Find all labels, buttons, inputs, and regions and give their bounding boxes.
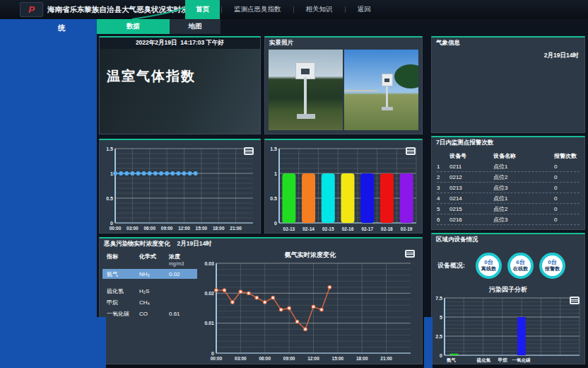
nav-separator (221, 6, 222, 13)
pollutant-table: 指标 化学式 浓度 mg/m3 氨气 NH₃ 0.02 硫化氢 H₂S (102, 253, 197, 320)
hero-body: 温室气体指数 (100, 49, 260, 134)
device-screen (301, 69, 310, 74)
table-row: 40214点位10 (437, 193, 580, 204)
alarm-count-panel: 7日内监测点报警次数 设备号 设备名称 报警次数 10211点位10 20212… (431, 136, 585, 230)
svg-text:02-16: 02-16 (342, 226, 354, 231)
stat-alarm-circle: 0台 报警数 (539, 253, 565, 279)
tab-data[interactable]: 数据 (97, 19, 170, 34)
pollutant-row-nh3[interactable]: 氨气 NH₃ 0.02 (102, 269, 197, 279)
page-title: 温室气体指数 (107, 67, 196, 86)
pollution-factor-chart: 02.557.5氨气硫化氢甲烷一氧化碳 (433, 295, 583, 363)
device-pole (304, 77, 307, 116)
pollutant-table-header: 指标 化学式 浓度 mg/m3 (102, 253, 197, 267)
greenhouse-trend-panel: 00.511.500:0003:0006:0009:0012:0015:0018… (99, 139, 261, 234)
nav-item-odor-index[interactable]: 监测点恶臭指数 (223, 0, 292, 19)
daily-index-panel: 00.511.502-1302-1402-1502-1602-1702-1802… (264, 139, 423, 234)
table-row: 20212点位20 (437, 172, 580, 183)
svg-text:03:00: 03:00 (235, 356, 247, 361)
svg-text:02-19: 02-19 (401, 226, 413, 231)
weather-panel: 气象信息 2月19日14时 (431, 36, 585, 133)
weather-panel-title: 气象信息 (432, 38, 584, 48)
ammonia-chart-title: 氨气实时浓度变化 (200, 251, 421, 260)
svg-text:18:00: 18:00 (356, 356, 368, 361)
pollutant-row-h2s[interactable]: 硫化氢 H₂S (102, 286, 197, 296)
table-row: 60216点位30 (437, 214, 580, 225)
nav-separator (345, 6, 346, 13)
svg-text:0.5: 0.5 (270, 196, 277, 201)
svg-text:0.01: 0.01 (204, 321, 214, 326)
svg-text:7.5: 7.5 (435, 296, 442, 301)
page-background-strip (97, 317, 106, 368)
alarm-table-header: 设备号 设备名称 报警次数 (437, 151, 580, 161)
dashboard-screen: P 海南省乐东黎族自治县大气恶臭状况实时发布系 首页 监测点恶臭指数 相关知识 … (0, 0, 588, 368)
device-pole (386, 86, 388, 108)
svg-text:5: 5 (440, 315, 442, 320)
table-row: 10211点位10 (437, 161, 580, 172)
svg-text:0: 0 (274, 221, 277, 226)
svg-text:1.5: 1.5 (106, 146, 113, 151)
pollutant-row-co[interactable]: 一氧化碳 CO 0.61 (102, 309, 197, 318)
chart-menu-icon[interactable] (405, 250, 415, 258)
logo-glyph: P (28, 5, 35, 14)
page-background-left: 统 (0, 19, 97, 368)
svg-text:06:00: 06:00 (143, 226, 155, 231)
svg-text:0: 0 (440, 353, 442, 358)
device-base (382, 107, 393, 110)
greenhouse-index-chart: 00.511.500:0003:0006:0009:0012:0015:0018… (101, 143, 259, 232)
alarm-table: 设备号 设备名称 报警次数 10211点位10 20212点位20 30213点… (437, 151, 580, 225)
weather-timestamp: 2月19日14时 (544, 52, 579, 60)
svg-text:0.02: 0.02 (204, 291, 214, 296)
col-formula: 化学式 (139, 253, 169, 267)
pollutant-panel-title: 恶臭污染物实时浓度变化 (104, 240, 170, 248)
photos-panel-title: 实景照片 (265, 38, 422, 48)
chart-menu-icon[interactable] (244, 147, 254, 155)
table-row: 30213点位30 (437, 183, 580, 193)
svg-text:00:00: 00:00 (110, 226, 122, 231)
svg-text:1: 1 (274, 171, 277, 176)
svg-text:12:00: 12:00 (307, 356, 319, 361)
svg-text:15:00: 15:00 (196, 226, 208, 231)
device-screen (384, 79, 389, 82)
svg-text:02-14: 02-14 (302, 226, 314, 231)
nav-item-home[interactable]: 首页 (185, 0, 220, 19)
svg-text:0: 0 (211, 351, 214, 356)
device-overview-row: 设备概况: 0台 离线数 6台 在线数 0台 报警数 (437, 247, 582, 284)
nav-item-back[interactable]: 返回 (347, 0, 382, 19)
device-panel-title: 区域内设备情况 (432, 234, 584, 245)
site-photo-2 (344, 50, 418, 130)
svg-text:00:00: 00:00 (211, 356, 223, 361)
svg-text:03:00: 03:00 (127, 226, 139, 231)
svg-text:0: 0 (110, 221, 113, 226)
datetime-bar: 2022年2月19日 14:17:03 下午好 (100, 38, 260, 49)
svg-text:06:00: 06:00 (259, 356, 271, 361)
device-base (297, 114, 315, 119)
svg-text:甲烷: 甲烷 (498, 357, 508, 362)
nav-separator (293, 6, 294, 13)
dashboard-area: 数据 地图 2022年2月19日 14:17:03 下午好 温室气体指数 00.… (97, 19, 588, 364)
device-overview-label: 设备概况: (437, 261, 476, 270)
pollutant-row-ch4[interactable]: 甲烷 CH₄ (102, 297, 197, 307)
pollutant-realtime-panel: 恶臭污染物实时浓度变化 2月19日14时 指标 化学式 浓度 mg/m3 氨气 … (99, 237, 423, 364)
chart-menu-icon[interactable] (570, 297, 580, 304)
stat-online-circle: 6台 在线数 (507, 253, 534, 279)
svg-text:09:00: 09:00 (161, 226, 173, 231)
ammonia-trend-chart: 00.010.020.0300:0003:0006:0009:0012:0015… (200, 260, 421, 362)
app-title-wrap: 统 (58, 23, 66, 33)
page-background-strip (424, 317, 433, 368)
tab-map[interactable]: 地图 (170, 19, 220, 34)
stat-offline-circle: 0台 离线数 (476, 253, 502, 279)
svg-text:18:00: 18:00 (213, 226, 225, 231)
greenhouse-index-panel: 2022年2月19日 14:17:03 下午好 温室气体指数 (99, 36, 261, 134)
chart-menu-icon[interactable] (406, 147, 416, 155)
svg-text:0.03: 0.03 (204, 261, 214, 266)
svg-text:硫化氢: 硫化氢 (476, 357, 491, 363)
svg-text:2.5: 2.5 (435, 334, 442, 339)
table-row: 50215点位20 (437, 204, 580, 214)
svg-text:一氧化碳: 一氧化碳 (512, 357, 531, 363)
unit-label: mg/m3 (169, 261, 184, 266)
col-indicator: 指标 (102, 253, 139, 267)
svg-text:氨气: 氨气 (446, 357, 457, 363)
top-navbar: P 海南省乐东黎族自治县大气恶臭状况实时发布系 首页 监测点恶臭指数 相关知识 … (0, 0, 588, 19)
nav-item-knowledge[interactable]: 相关知识 (295, 0, 343, 19)
svg-text:12:00: 12:00 (178, 226, 190, 231)
